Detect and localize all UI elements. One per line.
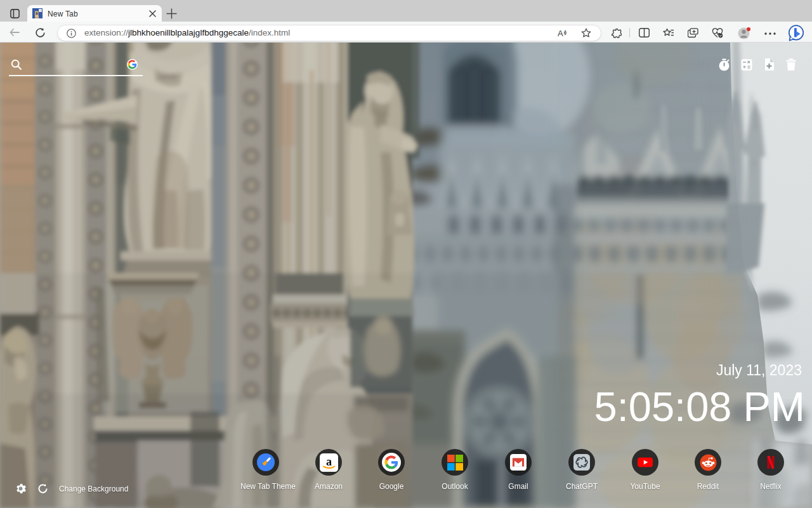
svg-text:A: A [558, 29, 563, 37]
svg-text:a: a [325, 455, 331, 467]
